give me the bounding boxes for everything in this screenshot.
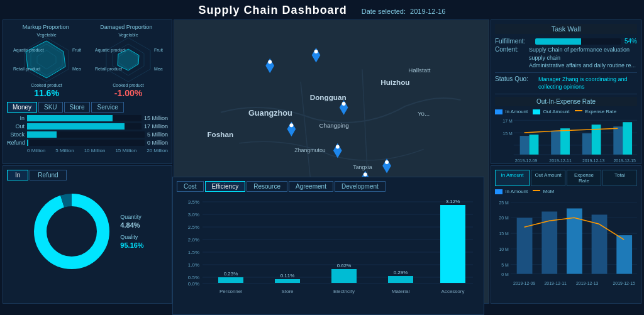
tab-resource[interactable]: Resource	[247, 181, 287, 192]
svg-text:Vegetable: Vegetable	[118, 33, 138, 38]
svg-text:Accessory: Accessory	[441, 289, 465, 294]
svg-text:3.5%: 3.5%	[188, 199, 199, 205]
tab-agreement[interactable]: Agreement	[289, 181, 333, 192]
svg-text:Hallstatt: Hallstatt	[408, 67, 431, 74]
right-top-panel: Task Wall Fulfillment: 54% Content: Supp…	[491, 19, 641, 164]
svg-rect-69	[560, 128, 570, 155]
left-top-panel: Markup Proportion Damaged Proportion Veg…	[3, 19, 172, 164]
svg-text:Dongguan: Dongguan	[310, 93, 347, 101]
fulfillment-pct: 54%	[625, 38, 637, 45]
efficiency-panel: Cost Efficiency Resource Agreement Devel…	[172, 177, 484, 315]
tab-out-amount[interactable]: Out Amount	[531, 170, 565, 186]
svg-rect-66	[582, 133, 592, 155]
tab-in[interactable]: In	[7, 170, 28, 180]
quantity-label: Quantity	[120, 214, 142, 220]
quantity-value: 4.84%	[120, 221, 140, 229]
bar-val-in: 15 Million	[144, 115, 168, 121]
fulfillment-label: Fulfillment:	[495, 38, 533, 45]
tab-sku[interactable]: SKU	[38, 102, 63, 113]
tab-store[interactable]: Store	[64, 102, 91, 113]
legend-in: In Amount	[495, 109, 528, 114]
tab-cost[interactable]: Cost	[177, 181, 204, 192]
tab-in-amount[interactable]: In Amount	[495, 170, 530, 186]
svg-point-49	[385, 160, 389, 164]
out-in-chart-title: Out-In-Expense Rate	[495, 97, 637, 106]
svg-text:0.0%: 0.0%	[188, 281, 199, 287]
svg-text:0.29%: 0.29%	[394, 270, 408, 275]
right-bottom-panel: In Amount Out Amount Expense Rate Total …	[491, 165, 641, 304]
legend-rate: Expense Rate	[575, 109, 617, 114]
efficiency-chart: 3.5% 3.0% 2.5% 2.0% 1.5% 1.0% 0.5% 0.0% …	[177, 196, 480, 301]
tab-expense-rate[interactable]: Expense Rate	[567, 170, 601, 186]
svg-rect-65	[551, 131, 560, 155]
svg-text:17 M: 17 M	[502, 119, 513, 123]
svg-text:Tangxia: Tangxia	[353, 164, 372, 170]
svg-rect-128	[440, 205, 465, 283]
bar-label-out: Out	[7, 123, 25, 130]
svg-text:Electricity: Electricity	[333, 289, 355, 294]
svg-point-41	[342, 102, 346, 106]
svg-text:Zhangmutou: Zhangmutou	[294, 147, 325, 153]
svg-rect-95	[616, 235, 632, 274]
axis-10: 10 Million	[84, 148, 106, 153]
svg-rect-119	[275, 279, 300, 283]
svg-text:0 M: 0 M	[501, 272, 509, 277]
svg-text:Store: Store	[281, 289, 294, 294]
svg-text:2019-12-15: 2019-12-15	[613, 158, 636, 163]
bar-val-stock: 5 Million	[147, 131, 168, 138]
header-date-label: Date selected:	[362, 8, 406, 15]
svg-text:Vegetable: Vegetable	[36, 33, 56, 38]
page-title: Supply Chain Dashboard	[199, 4, 347, 16]
tab-development[interactable]: Development	[335, 181, 386, 192]
svg-text:Aquatic product: Aquatic product	[13, 48, 44, 53]
damaged-label: Damaged Proportion	[100, 24, 152, 30]
svg-text:0.23%: 0.23%	[224, 271, 238, 277]
svg-text:15 M: 15 M	[499, 231, 509, 236]
svg-text:25 M: 25 M	[499, 201, 509, 205]
amount-bar-chart: 25 M 20 M 15 M 10 M 5 M 0 M 2019-12-09 2…	[495, 196, 637, 293]
svg-text:2019-12-09: 2019-12-09	[515, 158, 538, 163]
svg-rect-125	[388, 276, 413, 283]
tab-service[interactable]: Service	[91, 102, 123, 113]
svg-point-47	[364, 173, 367, 177]
amount-legend-mom: MoM	[533, 189, 554, 194]
svg-text:Meat: Meat	[72, 67, 81, 71]
header-date-value: 2019-12-16	[410, 8, 445, 15]
status-text: Manager Zhang is coordinating and collec…	[538, 75, 637, 91]
svg-text:2019-12-09: 2019-12-09	[513, 281, 536, 285]
svg-text:Foshan: Foshan	[207, 130, 233, 138]
content-text: Supply Chain of performance evaluation s…	[529, 46, 637, 70]
svg-text:2.0%: 2.0%	[188, 237, 199, 243]
svg-rect-94	[592, 214, 608, 274]
svg-point-45	[336, 145, 340, 149]
markup-radar: Vegetable Fruit Meat Cooked product Reta…	[12, 31, 81, 88]
svg-text:0.5%: 0.5%	[188, 275, 199, 280]
money-bar-chart: In 15 Million Out 17 Million Stock	[7, 115, 168, 153]
svg-text:3.12%: 3.12%	[446, 199, 460, 204]
tab-total[interactable]: Total	[602, 170, 637, 186]
svg-text:Yo...: Yo...	[418, 110, 430, 117]
svg-text:0.11%: 0.11%	[280, 273, 295, 279]
task-wall-title: Task Wall	[495, 24, 637, 34]
svg-text:10 M: 10 M	[499, 247, 509, 251]
svg-text:Cooked product: Cooked product	[113, 83, 143, 88]
svg-text:2019-12-15: 2019-12-15	[613, 281, 635, 285]
content-label: Content:	[495, 46, 526, 70]
tab-efficiency[interactable]: Efficiency	[205, 181, 246, 192]
svg-rect-71	[623, 122, 632, 155]
amount-legend-in: In Amount	[495, 189, 528, 194]
svg-text:0.62%: 0.62%	[337, 263, 352, 268]
donut-chart	[31, 191, 113, 272]
svg-text:2019-12-11: 2019-12-11	[544, 281, 567, 285]
tab-refund[interactable]: Refund	[30, 170, 66, 180]
svg-rect-64	[520, 136, 530, 155]
svg-text:3.0%: 3.0%	[188, 212, 199, 218]
bar-label-in: In	[7, 115, 25, 121]
svg-text:Guangzhou: Guangzhou	[248, 108, 292, 118]
tab-money[interactable]: Money	[7, 102, 37, 113]
svg-text:1.0%: 1.0%	[188, 262, 199, 268]
status-label: Status Quo:	[495, 75, 536, 91]
svg-marker-3	[26, 41, 65, 78]
svg-text:15 M: 15 M	[502, 131, 513, 136]
bar-label-refund: Refund	[7, 140, 25, 146]
